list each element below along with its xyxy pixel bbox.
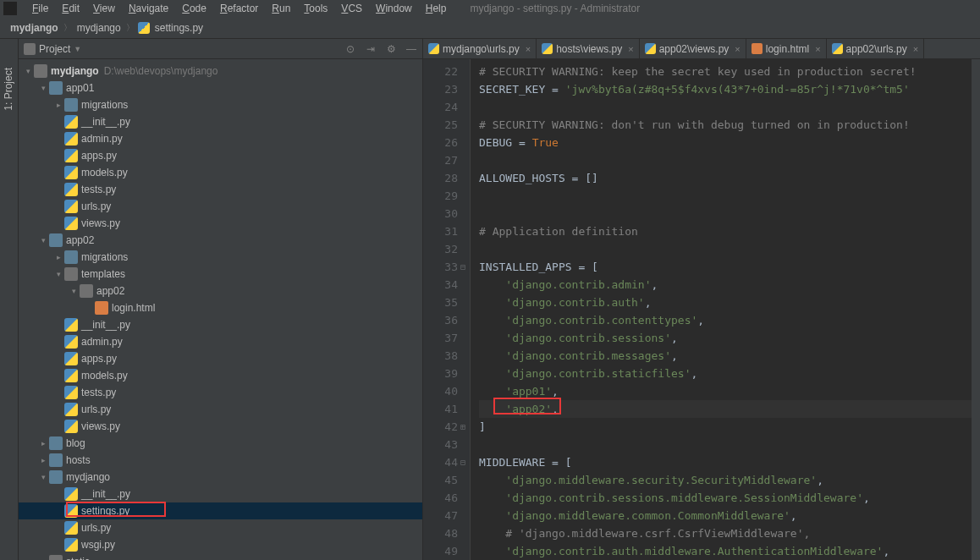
- code-line[interactable]: ⊟INSTALLED_APPS = [: [479, 258, 972, 276]
- code-line[interactable]: # Application definition: [479, 222, 972, 240]
- code-line[interactable]: 'django.contrib.auth',: [479, 294, 972, 311]
- tree-item[interactable]: models.py: [19, 367, 422, 384]
- close-icon[interactable]: ×: [628, 44, 633, 54]
- line-number[interactable]: 22: [423, 63, 458, 80]
- line-gutter[interactable]: 2223242526272829303132333435363738394041…: [423, 59, 471, 560]
- code-line[interactable]: SECRET_KEY = 'jwv%byt6a(z#8q+5$f4xvs(43*…: [479, 80, 972, 98]
- line-number[interactable]: 32: [423, 240, 458, 258]
- tree-item[interactable]: tests.py: [19, 181, 422, 198]
- code-line[interactable]: [479, 187, 972, 205]
- line-number[interactable]: 40: [423, 382, 458, 400]
- tree-item[interactable]: __init__.py: [19, 486, 422, 502]
- expand-arrow-icon[interactable]: ▸: [37, 439, 49, 447]
- code-line[interactable]: 'django.contrib.sessions',: [479, 329, 972, 347]
- menu-navigate[interactable]: Navigate: [122, 3, 175, 14]
- menu-help[interactable]: Help: [419, 3, 454, 14]
- code-line[interactable]: 'django.middleware.security.SecurityMidd…: [479, 471, 972, 489]
- tree-item[interactable]: ▸hosts: [19, 452, 422, 469]
- menu-vcs[interactable]: VCS: [334, 3, 369, 14]
- project-tree[interactable]: ▾mydjangoD:\web\devops\mydjango▾app01▸mi…: [19, 59, 422, 560]
- close-icon[interactable]: ×: [526, 44, 531, 54]
- expand-arrow-icon[interactable]: ▾: [22, 67, 34, 75]
- vertical-scrollbar[interactable]: [972, 59, 980, 560]
- breadcrumb-item[interactable]: settings.py: [153, 22, 205, 34]
- collapse-icon[interactable]: ⇥: [365, 43, 377, 55]
- line-number[interactable]: 35: [423, 294, 458, 311]
- menu-window[interactable]: Window: [369, 3, 419, 14]
- fold-close-icon[interactable]: ⊞: [460, 418, 465, 436]
- code-line[interactable]: 'django.contrib.contenttypes',: [479, 311, 972, 329]
- close-icon[interactable]: ×: [735, 44, 740, 54]
- editor-tab[interactable]: login.html×: [746, 39, 827, 58]
- code-line[interactable]: 'app02',: [479, 400, 972, 418]
- line-number[interactable]: 38: [423, 347, 458, 365]
- tree-item[interactable]: __init__.py: [19, 113, 422, 130]
- menu-tools[interactable]: Tools: [297, 3, 334, 14]
- menu-file[interactable]: File: [25, 3, 55, 14]
- tree-item[interactable]: urls.py: [19, 198, 422, 215]
- code-editor[interactable]: # SECURITY WARNING: keep the secret key …: [471, 59, 972, 560]
- line-number[interactable]: 33: [423, 258, 458, 276]
- line-number[interactable]: 48: [423, 524, 458, 542]
- tree-item[interactable]: views.py: [19, 215, 422, 232]
- tool-windows-bar[interactable]: 1: Project: [0, 39, 19, 560]
- tree-item[interactable]: apps.py: [19, 147, 422, 164]
- code-line[interactable]: ⊞]: [479, 418, 972, 436]
- tree-item[interactable]: models.py: [19, 164, 422, 181]
- line-number[interactable]: 41: [423, 400, 458, 418]
- expand-arrow-icon[interactable]: ▾: [68, 287, 80, 295]
- tree-item[interactable]: apps.py: [19, 350, 422, 367]
- code-line[interactable]: 'django.contrib.staticfiles',: [479, 365, 972, 382]
- code-line[interactable]: [479, 205, 972, 222]
- tree-item[interactable]: ▾app02: [19, 283, 422, 299]
- code-line[interactable]: [479, 98, 972, 116]
- line-number[interactable]: 39: [423, 365, 458, 382]
- tree-item[interactable]: ▾app02: [19, 232, 422, 249]
- expand-arrow-icon[interactable]: ▸: [37, 456, 49, 464]
- panel-title[interactable]: Project: [39, 43, 70, 55]
- menu-edit[interactable]: Edit: [55, 3, 86, 14]
- tree-item[interactable]: ▾templates: [19, 266, 422, 283]
- line-number[interactable]: 27: [423, 151, 458, 169]
- expand-arrow-icon[interactable]: ▾: [37, 473, 49, 481]
- line-number[interactable]: 43: [423, 436, 458, 453]
- tree-item[interactable]: login.html: [19, 299, 422, 316]
- code-line[interactable]: [479, 151, 972, 169]
- expand-arrow-icon[interactable]: ▾: [52, 270, 64, 278]
- tree-item[interactable]: ▸blog: [19, 435, 422, 452]
- line-number[interactable]: 36: [423, 311, 458, 329]
- tree-item[interactable]: urls.py: [19, 519, 422, 536]
- breadcrumb-item[interactable]: mydjango: [8, 22, 60, 34]
- tree-item[interactable]: urls.py: [19, 401, 422, 418]
- menu-view[interactable]: View: [86, 3, 122, 14]
- close-icon[interactable]: ×: [815, 44, 820, 54]
- tree-item[interactable]: admin.py: [19, 130, 422, 147]
- code-line[interactable]: 'app01',: [479, 382, 972, 400]
- close-icon[interactable]: ×: [913, 44, 918, 54]
- menu-run[interactable]: Run: [265, 3, 297, 14]
- editor-tab[interactable]: app02\urls.py×: [827, 39, 924, 58]
- code-line[interactable]: 'django.middleware.common.CommonMiddlewa…: [479, 507, 972, 524]
- expand-arrow-icon[interactable]: ▾: [37, 84, 49, 92]
- expand-arrow-icon[interactable]: ▸: [52, 101, 64, 109]
- code-line[interactable]: ALLOWED_HOSTS = []: [479, 169, 972, 187]
- tree-item[interactable]: ▾app01: [19, 80, 422, 96]
- fold-open-icon[interactable]: ⊟: [460, 453, 465, 471]
- code-line[interactable]: # 'django.middleware.csrf.CsrfViewMiddle…: [479, 524, 972, 542]
- tree-item[interactable]: ▾mydjangoD:\web\devops\mydjango: [19, 63, 422, 80]
- expand-arrow-icon[interactable]: ▸: [52, 253, 64, 261]
- locate-icon[interactable]: ⊙: [344, 43, 356, 55]
- line-number[interactable]: 25: [423, 116, 458, 134]
- tree-item[interactable]: ▸migrations: [19, 96, 422, 113]
- line-number[interactable]: 49: [423, 542, 458, 560]
- chevron-down-icon[interactable]: ▼: [74, 45, 81, 53]
- line-number[interactable]: 42: [423, 418, 458, 436]
- project-tool-tab[interactable]: 1: Project: [3, 64, 14, 114]
- line-number[interactable]: 44: [423, 453, 458, 471]
- editor-tab[interactable]: hosts\views.py×: [537, 39, 639, 58]
- tree-item[interactable]: ▸migrations: [19, 249, 422, 266]
- line-number[interactable]: 26: [423, 134, 458, 151]
- fold-open-icon[interactable]: ⊟: [460, 258, 465, 276]
- line-number[interactable]: 23: [423, 80, 458, 98]
- code-line[interactable]: 'django.contrib.auth.middleware.Authenti…: [479, 542, 972, 560]
